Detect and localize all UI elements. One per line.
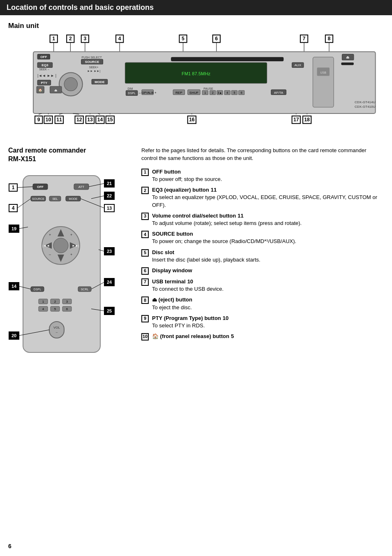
desc-text-3: Volume control dial/select button11 To a… [152, 212, 302, 227]
svg-text:15: 15 [107, 117, 113, 123]
svg-rect-71 [313, 57, 334, 107]
list-item: 3 Volume control dial/select button11 To… [141, 212, 384, 227]
svg-point-147 [53, 238, 68, 253]
remote-section: Card remote commander RM-X151 1 4 19 14 … [8, 146, 131, 358]
descriptions-section: Refer to the pages listed for details. T… [141, 146, 384, 358]
desc-text-6: Display window [152, 267, 192, 275]
svg-text:5: 5 [182, 36, 184, 42]
svg-text:11: 11 [56, 117, 62, 123]
svg-text:REP: REP [175, 91, 182, 95]
desc-title-8: ⏏ (eject) button [152, 297, 192, 303]
svg-text:23: 23 [107, 249, 112, 254]
intro-text: Refer to the pages listed for details. T… [141, 146, 384, 162]
svg-text:6: 6 [66, 307, 68, 311]
desc-body-9: To select PTY in RDS. [152, 322, 205, 329]
svg-text:OFF: OFF [40, 55, 47, 59]
main-unit-diagram: 1 2 3 4 5 6 7 8 [8, 34, 384, 140]
header-title: Location of controls and basic operation… [7, 3, 154, 12]
svg-text:22: 22 [107, 193, 112, 198]
list-item: 8 ⏏ (eject) button To eject the disc. [141, 296, 384, 311]
list-item: 10 🏠 (front panel release) button5 [141, 333, 384, 341]
svg-point-41 [64, 78, 77, 91]
svg-text:SOURCE: SOURCE [85, 60, 99, 64]
svg-text:|◄◄  ►► |: |◄◄ ►► | [37, 74, 56, 78]
desc-num-6: 6 [141, 267, 149, 275]
svg-text:AUX: AUX [294, 63, 301, 67]
svg-text:|◄◄: |◄◄ [42, 244, 50, 248]
svg-text:4: 4 [42, 307, 44, 311]
svg-text:3: 3 [66, 300, 68, 303]
svg-text:SEEK –: SEEK – [39, 68, 49, 71]
svg-text:VOL: VOL [53, 326, 60, 329]
svg-text:2: 2 [69, 36, 72, 42]
svg-text:EQ3: EQ3 [42, 63, 48, 67]
svg-text:SEEK+: SEEK+ [89, 66, 99, 69]
desc-num-1: 1 [141, 169, 149, 176]
desc-num-2: 2 [141, 187, 149, 194]
list-item: 7 USB terminal10 To connect to the USB d… [141, 278, 384, 293]
svg-text:16: 16 [189, 117, 195, 123]
page-header: Location of controls and basic operation… [0, 0, 392, 15]
desc-num-3: 3 [141, 213, 149, 220]
svg-text:10: 10 [46, 117, 51, 123]
svg-text:SHUF: SHUF [189, 91, 198, 95]
description-list: 1 OFF button To power off; stop the sour… [141, 168, 384, 341]
page-number: 6 [8, 543, 12, 549]
remote-title: Card remote commander RM-X151 [8, 146, 131, 164]
svg-text:21: 21 [107, 181, 112, 186]
desc-text-5: Disc slot Insert the disc (label side up… [152, 249, 261, 264]
svg-text:20: 20 [12, 333, 16, 338]
svg-text:🏠: 🏠 [38, 88, 43, 93]
svg-text:24: 24 [107, 280, 112, 285]
svg-text:USB: USB [320, 71, 326, 74]
svg-text:17: 17 [293, 117, 299, 123]
desc-body-5: Insert the disc (label side up), playbac… [152, 257, 261, 263]
desc-text-2: EQ3 (equalizer) button11 To select an eq… [152, 186, 384, 209]
list-item: 1 OFF button To power off; stop the sour… [141, 168, 384, 183]
svg-text:4: 4 [12, 205, 15, 211]
list-item: 4 SOURCE button To power on; change the … [141, 230, 384, 245]
svg-text:3: 3 [83, 36, 86, 42]
svg-text:AF/TA: AF/TA [274, 91, 284, 95]
desc-body-1: To power off; stop the source. [152, 176, 222, 182]
svg-text:6: 6 [241, 91, 242, 95]
svg-text:25: 25 [107, 308, 112, 313]
svg-text:12: 12 [76, 117, 82, 123]
svg-text:–: – [49, 253, 51, 257]
list-item: 5 Disc slot Insert the disc (label side … [141, 249, 384, 264]
list-item: 2 EQ3 (equalizer) button11 To select an … [141, 186, 384, 209]
svg-text:⏏: ⏏ [346, 55, 350, 59]
svg-text:4: 4 [226, 91, 228, 95]
desc-num-4: 4 [141, 231, 149, 238]
desc-title-9: PTY (Program Type) button [152, 315, 221, 321]
desc-text-1: OFF button To power off; stop the source… [152, 168, 222, 183]
desc-body-7: To connect to the USB device. [152, 286, 224, 292]
svg-text:SOURCE: SOURCE [32, 197, 44, 200]
svg-text:+: + [70, 233, 72, 237]
svg-text:2: 2 [212, 91, 214, 95]
desc-text-7: USB terminal10 To connect to the USB dev… [152, 278, 224, 293]
svg-text:⏏: ⏏ [54, 88, 58, 92]
svg-text:SEL: SEL [52, 197, 58, 200]
desc-title-2: EQ3 (equalizer) button [152, 187, 209, 193]
svg-text:FM1  87.5MHz: FM1 87.5MHz [182, 71, 210, 76]
svg-text:13: 13 [107, 206, 112, 211]
svg-text:1: 1 [52, 36, 55, 42]
svg-text:►►|: ►►| [72, 244, 79, 248]
svg-text:5: 5 [54, 307, 56, 311]
svg-text:19: 19 [12, 226, 16, 231]
svg-text:9: 9 [37, 117, 40, 123]
desc-body-2: To select an equalizer type (XPLOD, VOCA… [152, 194, 377, 208]
svg-text:SCRL: SCRL [81, 288, 89, 291]
svg-text:DSPL: DSPL [34, 288, 41, 291]
svg-text:DIM: DIM [127, 87, 133, 90]
svg-rect-176 [49, 322, 64, 338]
svg-text:MODE: MODE [69, 197, 78, 200]
desc-num-5: 5 [141, 249, 149, 257]
svg-text:+: + [70, 253, 72, 257]
desc-title-4: SOURCE button [152, 231, 193, 237]
desc-text-9: PTY (Program Type) button10 To select PT… [152, 315, 228, 329]
svg-text:OFF: OFF [37, 185, 44, 189]
list-item: 9 PTY (Program Type) button10 To select … [141, 315, 384, 329]
two-col-layout: Card remote commander RM-X151 1 4 19 14 … [8, 146, 384, 358]
